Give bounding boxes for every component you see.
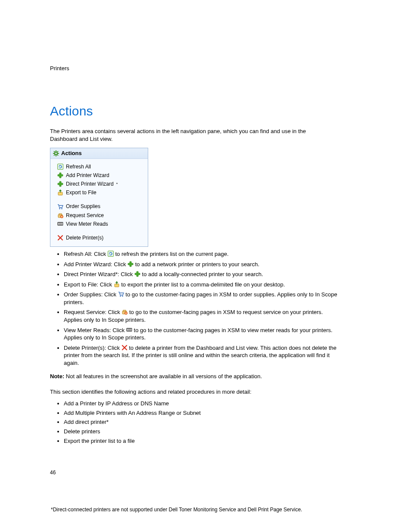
refresh-icon (57, 164, 63, 170)
bullet-lead: View Meter Reads: Click (64, 327, 126, 333)
section-header: Printers (50, 65, 360, 72)
bullet-lead: Export to File: Click (64, 281, 114, 288)
description-item: Refresh All: Click to refresh the printe… (64, 250, 339, 258)
description-item: Export to File: Click to export the prin… (64, 281, 339, 289)
refresh-icon (108, 251, 114, 257)
bullet-lead: Add Printer Wizard: Click (64, 261, 128, 268)
bullet-lead: Direct Printer Wizard*: Click (64, 271, 134, 277)
action-order-supplies[interactable]: Order Supplies (57, 202, 143, 211)
bullet-tail: to refresh the printers list on the curr… (114, 251, 229, 257)
footnote: *Direct-connected printers are not suppo… (51, 506, 302, 513)
action-view-meter[interactable]: View Meter Reads (57, 220, 143, 228)
bullet-tail: to add a locally-connected printer to yo… (140, 271, 263, 277)
bullet-lead: Refresh All: Click (64, 251, 108, 257)
following-item: Add direct printer* (64, 418, 360, 426)
bullet-lead: Delete Printer(s): Click (64, 345, 121, 351)
plus-icon (128, 261, 134, 267)
export-icon (57, 190, 63, 196)
bullet-tail: to export the printer list to a comma-de… (120, 281, 285, 288)
description-item: Order Supplies: Click to go to the custo… (64, 291, 339, 306)
export-icon (114, 281, 120, 287)
action-label: Export to File (66, 189, 97, 196)
footnote-marker: * (116, 181, 118, 187)
service-icon (121, 309, 128, 315)
meter-icon (126, 327, 132, 333)
cart-icon (57, 204, 63, 210)
action-label: Direct Printer Wizard (66, 180, 114, 187)
description-item: Delete Printer(s): Click to delete a pri… (64, 344, 339, 367)
cart-icon (118, 291, 124, 297)
actions-panel-header: Actions (50, 148, 148, 159)
description-item: View Meter Reads: Click to go to the cus… (64, 327, 339, 342)
plus-icon (57, 172, 63, 178)
bullet-lead: Order Supplies: Click (64, 291, 118, 298)
gear-icon (53, 150, 59, 156)
meter-icon (57, 221, 63, 227)
following-intro: This section identifies the following ac… (50, 388, 360, 396)
actions-panel-title: Actions (61, 149, 82, 157)
delete-icon (121, 345, 128, 351)
delete-icon (57, 235, 63, 241)
action-request-service[interactable]: Request Service (57, 211, 143, 220)
action-add-printer[interactable]: Add Printer Wizard (57, 171, 143, 180)
note-label: Note: (50, 373, 64, 380)
action-label: View Meter Reads (66, 221, 108, 227)
plus-icon (57, 181, 63, 187)
page-number: 46 (50, 469, 56, 476)
description-item: Add Printer Wizard: Click to add a netwo… (64, 261, 339, 268)
action-label: Add Printer Wizard (66, 172, 109, 179)
actions-description-list: Refresh All: Click to refresh the printe… (50, 250, 339, 367)
bullet-lead: Request Service: Click (64, 309, 121, 315)
actions-panel: Actions Refresh AllAdd Printer WizardDir… (50, 148, 148, 247)
note-text: Not all features in the screenshot are a… (64, 373, 262, 380)
bullet-tail: to add a network printer or printers to … (134, 261, 259, 268)
following-list: Add a Printer by IP Address or DNS NameA… (50, 400, 360, 445)
action-label: Request Service (66, 212, 104, 219)
actions-panel-body: Refresh AllAdd Printer WizardDirect Prin… (50, 159, 148, 247)
following-item: Export the printer list to a file (64, 437, 360, 445)
plus-icon (134, 271, 140, 277)
action-refresh-all[interactable]: Refresh All (57, 162, 143, 171)
note-paragraph: Note: Not all features in the screenshot… (50, 373, 326, 380)
intro-paragraph: The Printers area contains several actio… (50, 128, 326, 143)
action-direct-printer[interactable]: Direct Printer Wizard* (57, 180, 143, 188)
action-label: Order Supplies (66, 203, 100, 210)
description-item: Request Service: Click to go to the cust… (64, 308, 339, 324)
action-delete-printers[interactable]: Delete Printer(s) (57, 233, 143, 242)
page-title: Actions (50, 103, 360, 120)
action-label: Delete Printer(s) (66, 234, 103, 241)
service-icon (57, 212, 63, 218)
action-label: Refresh All (66, 163, 91, 170)
following-item: Add a Printer by IP Address or DNS Name (64, 400, 360, 408)
following-item: Add Multiple Printers with An Address Ra… (64, 409, 360, 417)
action-export-file[interactable]: Export to File (57, 188, 143, 197)
description-item: Direct Printer Wizard*: Click to add a l… (64, 271, 339, 278)
following-item: Delete printers (64, 428, 360, 436)
